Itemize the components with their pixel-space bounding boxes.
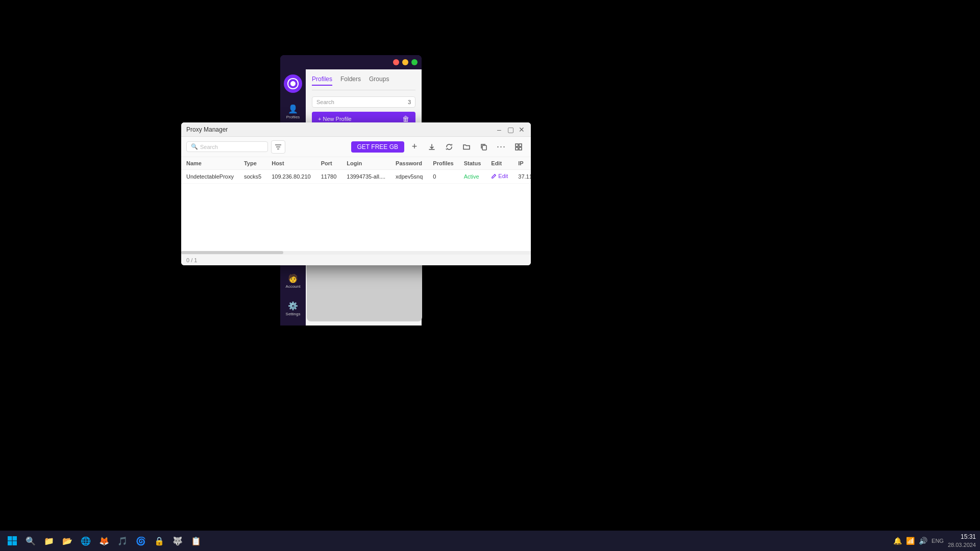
- proxy-search-placeholder: Search: [200, 144, 218, 150]
- taskbar-left: 🔍 📁 📂 🌐 🦊 🎵 🌀 🔒 🐺 📋: [4, 533, 204, 549]
- svg-point-1: [290, 81, 296, 86]
- cell-host: 109.236.80.210: [266, 170, 315, 184]
- proxy-pagination: 0 / 1: [186, 257, 197, 263]
- proxy-close-btn[interactable]: ✕: [518, 126, 526, 134]
- proxy-copy-btn[interactable]: [477, 140, 491, 154]
- grid-icon: [515, 143, 522, 151]
- cell-port: 11780: [316, 170, 342, 184]
- proxy-search-icon: 🔍: [191, 143, 198, 150]
- taskbar-search-btn[interactable]: 🔍: [22, 533, 39, 549]
- bg-bottom-nav: 🧑 Account ⚙️ Settings: [280, 268, 306, 325]
- start-button[interactable]: [4, 533, 20, 549]
- bg-nav-settings[interactable]: ⚙️ Settings: [283, 296, 303, 321]
- col-login: Login: [341, 157, 390, 170]
- taskbar-app1-icon: 🌀: [136, 536, 146, 546]
- proxy-titlebar-buttons: – ▢ ✕: [495, 126, 526, 134]
- bg-tab-folders[interactable]: Folders: [340, 76, 361, 86]
- cell-profiles: 0: [428, 170, 458, 184]
- taskbar-firefox-btn[interactable]: 🦊: [96, 533, 112, 549]
- taskbar-app1-btn[interactable]: 🌀: [133, 533, 149, 549]
- proxy-search-box[interactable]: 🔍 Search: [186, 141, 268, 152]
- proxy-add-btn[interactable]: +: [407, 140, 422, 154]
- bg-maximize-btn[interactable]: [411, 59, 418, 65]
- col-type: Type: [239, 157, 266, 170]
- col-password: Password: [390, 157, 428, 170]
- taskbar-clipboard-icon: 📋: [191, 536, 201, 546]
- bg-minimize-btn[interactable]: [402, 59, 408, 65]
- folder-icon: [463, 143, 470, 151]
- taskbar-network-icon: 📶: [906, 537, 915, 545]
- proxy-window-title: Proxy Manager: [186, 126, 228, 133]
- proxy-folder-btn[interactable]: [459, 140, 474, 154]
- proxy-filter-btn[interactable]: [271, 140, 285, 154]
- bg-tabs: Profiles Folders Groups: [312, 76, 415, 90]
- taskbar-notification-icon[interactable]: 🔔: [893, 537, 902, 545]
- taskbar-wolf-btn[interactable]: 🐺: [169, 533, 186, 549]
- taskbar-files-btn[interactable]: 📂: [59, 533, 76, 549]
- svg-rect-6: [516, 144, 518, 146]
- download-icon: [428, 143, 435, 151]
- bg-tab-groups[interactable]: Groups: [369, 76, 389, 86]
- proxy-table: Name Type Host Port Login Password Profi…: [181, 157, 531, 184]
- taskbar-search-icon: 🔍: [26, 536, 36, 546]
- taskbar-date: 28.03.2024: [948, 541, 976, 548]
- taskbar-vpn-icon: 🔒: [154, 536, 164, 546]
- col-name: Name: [181, 157, 239, 170]
- proxy-download-btn[interactable]: [425, 140, 439, 154]
- proxy-maximize-btn[interactable]: ▢: [506, 126, 514, 134]
- cell-password: xdpev5snq: [390, 170, 428, 184]
- copy-icon: [480, 143, 487, 151]
- edit-icon: [491, 173, 497, 179]
- bg-logo: [284, 74, 302, 93]
- taskbar-spotify-btn[interactable]: 🎵: [114, 533, 131, 549]
- windows-icon: [7, 536, 17, 546]
- cell-edit[interactable]: Edit: [486, 170, 513, 184]
- taskbar-spotify-icon: 🎵: [117, 536, 128, 546]
- svg-rect-11: [13, 536, 17, 541]
- proxy-minimize-btn[interactable]: –: [495, 126, 503, 134]
- filter-icon: [275, 143, 282, 151]
- proxy-toolbar: 🔍 Search GET FREE GB +: [181, 137, 531, 157]
- col-host: Host: [266, 157, 315, 170]
- desktop-background: [0, 0, 980, 551]
- taskbar-explorer-btn[interactable]: 📁: [41, 533, 57, 549]
- get-free-gb-btn[interactable]: GET FREE GB: [351, 141, 404, 153]
- taskbar-files-icon: 📂: [62, 536, 72, 546]
- proxy-grid-btn[interactable]: [511, 140, 526, 154]
- proxy-footer: 0 / 1: [181, 254, 531, 265]
- taskbar-right: 🔔 📶 🔊 ENG 15:31 28.03.2024: [893, 533, 976, 548]
- svg-rect-9: [519, 147, 522, 150]
- cell-login: 13994735-all....: [341, 170, 390, 184]
- proxy-manager-window: Proxy Manager – ▢ ✕ 🔍 Search GET FREE GB…: [181, 122, 531, 265]
- svg-rect-13: [13, 541, 17, 546]
- proxy-more-btn[interactable]: ···: [494, 140, 508, 154]
- proxy-table-header-row: Name Type Host Port Login Password Profi…: [181, 157, 531, 170]
- proxy-table-container: Name Type Host Port Login Password Profi…: [181, 157, 531, 248]
- taskbar-explorer-icon: 📁: [44, 536, 54, 546]
- svg-rect-5: [482, 145, 486, 150]
- col-profiles: Profiles: [428, 157, 458, 170]
- svg-rect-10: [8, 536, 12, 541]
- cell-ip: 37.119.x.60: [513, 170, 531, 184]
- taskbar-volume-icon[interactable]: 🔊: [919, 537, 927, 545]
- edit-btn[interactable]: Edit: [491, 173, 508, 179]
- taskbar-chrome-btn[interactable]: 🌐: [78, 533, 94, 549]
- proxy-titlebar: Proxy Manager – ▢ ✕: [181, 122, 531, 137]
- svg-rect-8: [516, 147, 518, 150]
- taskbar-vpn-btn[interactable]: 🔒: [151, 533, 167, 549]
- cell-type: socks5: [239, 170, 266, 184]
- proxy-refresh-btn[interactable]: [442, 140, 456, 154]
- bg-nav-profiles[interactable]: 👤 Profiles: [283, 99, 303, 124]
- bg-new-profile-icon: 🗑: [402, 115, 409, 123]
- svg-rect-12: [8, 541, 12, 546]
- taskbar-lang: ENG: [932, 538, 944, 544]
- taskbar-clipboard-btn[interactable]: 📋: [188, 533, 204, 549]
- bg-search-bar[interactable]: Search 3: [312, 96, 415, 108]
- taskbar-chrome-icon: 🌐: [81, 536, 91, 546]
- bg-tab-profiles[interactable]: Profiles: [312, 76, 332, 86]
- bg-nav-account[interactable]: 🧑 Account: [283, 268, 303, 294]
- col-status: Status: [459, 157, 486, 170]
- table-row: UndetectableProxy socks5 109.236.80.210 …: [181, 170, 531, 184]
- taskbar-wolf-icon: 🐺: [173, 536, 183, 546]
- bg-close-btn[interactable]: [393, 59, 399, 65]
